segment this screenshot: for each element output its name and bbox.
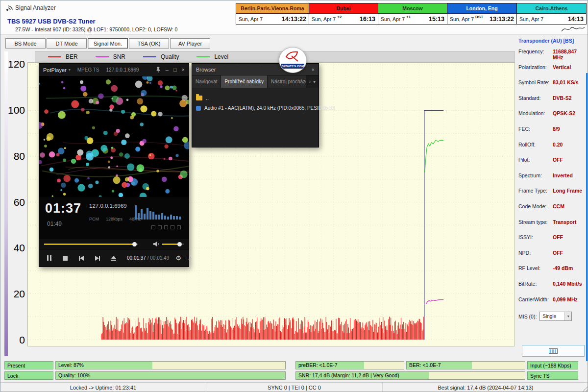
playback-time-total: 01:49	[47, 220, 62, 227]
previous-button[interactable]	[76, 253, 86, 264]
info-mini-button[interactable]	[158, 225, 162, 229]
spectrum-bar	[147, 208, 148, 220]
arrow-right-icon[interactable]: ›	[309, 79, 311, 84]
input-indicator: Input (~188 Kbps)	[527, 361, 578, 369]
volume-handle[interactable]	[177, 242, 182, 246]
tab-tsa[interactable]: TSA (OK)	[129, 38, 169, 49]
potplayer-controls: 00:01:37 / 00:01:49 ⚙ ≡	[39, 249, 189, 267]
clock-time-cell: Sun, Apr 7 14:13	[517, 14, 586, 24]
clock-time-cell: Sun, Apr 7 +2 16:13	[309, 14, 378, 24]
mis-value: Single	[542, 314, 556, 319]
eject-button[interactable]	[109, 253, 119, 264]
clock-time: 13:13:22	[490, 16, 514, 23]
present-indicator: Present	[4, 361, 53, 369]
preber-bar: preBER: <1.0E-7	[295, 361, 404, 369]
chevron-down-icon[interactable]: ▾	[69, 68, 71, 72]
resize-grip[interactable]	[582, 386, 588, 392]
audio-codec: PCM	[89, 217, 99, 221]
info-mini-button[interactable]	[177, 225, 181, 229]
parent-folder-item[interactable]: ..	[196, 93, 315, 103]
clock-date: Sun, Apr 7	[312, 16, 336, 22]
info-mini-button[interactable]	[164, 225, 168, 229]
potplayer-titlebar[interactable]: PotPlayer ▾ MPEG TS 127.0.0.1:6969 – □ ×	[39, 64, 189, 76]
browser-window: Browser × Navigovat Prohlížeč nabídky Ná…	[192, 63, 319, 147]
legend-label: BER	[66, 53, 78, 60]
transponder-field-label: ISSYI:	[518, 234, 553, 240]
clock-cairo: Cairo-Athens Sun, Apr 7 14:13	[516, 3, 587, 24]
clock-berlin: Berlin-Paris-Vienna-Roma Sun, Apr 7 14:1…	[236, 3, 309, 24]
level-bar: Level: 87%	[55, 361, 286, 369]
y-axis-tick: 80	[4, 150, 25, 162]
statusbar-best-signal: Best signal: 17,4 dB (2024-04-07 14:13)	[383, 383, 588, 392]
transponder-field-row: Standard:DVB-S2	[518, 95, 587, 104]
mis-select[interactable]: Single ▾	[539, 312, 572, 321]
clock-time-cell: Sun, Apr 7 +1 15:13	[378, 14, 447, 24]
volume-fill	[162, 244, 179, 245]
chevron-down-icon[interactable]: ▾	[313, 79, 316, 84]
browser-tab-navigate[interactable]: Navigovat	[192, 75, 221, 88]
audio-stream-item[interactable]: Audio #1 - AAC(LATM), 24.0 kHz (PID:0x00…	[196, 103, 315, 113]
clock-date: Sun, Apr 7	[450, 16, 474, 22]
legend-item-quality: Quality	[143, 53, 179, 60]
video-area	[39, 76, 189, 197]
legend-label: Level	[214, 53, 228, 60]
clock-moscow: Moscow Sun, Apr 7 +1 15:13	[378, 3, 447, 24]
browser-tab-browse-tool[interactable]: Nástroj procházení t	[268, 75, 306, 88]
stop-button[interactable]	[60, 253, 70, 264]
mis-label: MIS (0):	[518, 314, 537, 319]
next-button[interactable]	[93, 253, 102, 264]
transponder-fields: Frequency:11688,847 MHzPolarization:Vert…	[518, 49, 587, 305]
clock-time: 15:13	[429, 16, 444, 23]
transponder-field-row: NPD:OFF	[518, 250, 587, 259]
tab-bs-mode[interactable]: BS Mode	[5, 38, 46, 49]
transponder-field-label: Pilot:	[518, 157, 553, 163]
legend-color-line	[48, 56, 61, 57]
mis-row: MIS (0): Single ▾	[518, 312, 587, 321]
close-icon[interactable]: ×	[182, 67, 185, 73]
transponder-field-row: Code Mode:CCM	[518, 203, 587, 212]
transponder-field-value: DVB-S2	[553, 95, 587, 101]
legend-color-line	[196, 56, 210, 57]
transponder-field-label: CarrierWidth:	[518, 296, 553, 302]
tab-dt-mode[interactable]: DT Mode	[47, 38, 87, 49]
seek-handle[interactable]	[132, 242, 137, 246]
pause-button[interactable]	[44, 253, 54, 264]
clock-time-cell: Sun, Apr 7 14:13:22	[236, 14, 309, 24]
close-icon[interactable]: ×	[312, 67, 315, 73]
legend-color-line	[96, 56, 109, 57]
transponder-field-value: QPSK-S2	[553, 110, 587, 116]
spectrum-bar	[173, 216, 175, 220]
seek-bar[interactable]	[44, 244, 138, 245]
volume-slider[interactable]	[162, 244, 184, 245]
transponder-field-label: NPD:	[518, 250, 553, 256]
info-mini-button[interactable]	[171, 225, 174, 229]
transponder-field-row: BitRate:0,140 Mbit/s	[518, 281, 587, 290]
info-mini-button[interactable]	[151, 225, 155, 229]
clock-offset: +1	[406, 15, 411, 19]
minimize-icon[interactable]: –	[166, 67, 169, 73]
transponder-field-row: Frame Type:Long Frame	[518, 188, 587, 196]
speaker-icon[interactable]	[153, 242, 159, 246]
indicator-row-1: Present Level: 87% preBER: <1.0E-7 BER: …	[4, 361, 578, 369]
tab-signal-mon[interactable]: Signal Mon.	[88, 38, 128, 49]
clock-time: 14:13:22	[282, 16, 306, 23]
browser-tab-menu-browser[interactable]: Prohlížeč nabídky	[221, 75, 268, 88]
transponder-field-label: FEC:	[518, 126, 553, 132]
snr-bar: SNR: 17,4 dB (Margin: 11,2 dB | Very Goo…	[295, 371, 525, 380]
quality-bar-label: Quality: 100%	[56, 372, 285, 379]
spectrum-bar	[161, 213, 163, 220]
ber-bar-label: BER: <1.0E-7	[407, 362, 525, 369]
transponder-field-value: -49 dBm	[553, 265, 587, 271]
menu-icon[interactable]: ≡	[188, 254, 192, 262]
y-axis-tick: 20	[4, 288, 25, 300]
y-axis-tick: 120	[4, 58, 25, 70]
app-title: Signal Analyzer	[15, 4, 56, 11]
transponder-field-value: 8/9	[553, 126, 587, 132]
level-bar-label: Level: 87%	[56, 362, 285, 369]
pin-icon[interactable]	[156, 67, 161, 74]
tab-av-player[interactable]: AV Player	[170, 38, 210, 49]
settings-gear-icon[interactable]: ⚙	[175, 254, 181, 262]
transponder-field-row: Stream type:Transport	[518, 219, 587, 228]
maximize-icon[interactable]: □	[173, 67, 177, 73]
stream-url-label: 127.0.0.1:6969	[106, 67, 139, 73]
